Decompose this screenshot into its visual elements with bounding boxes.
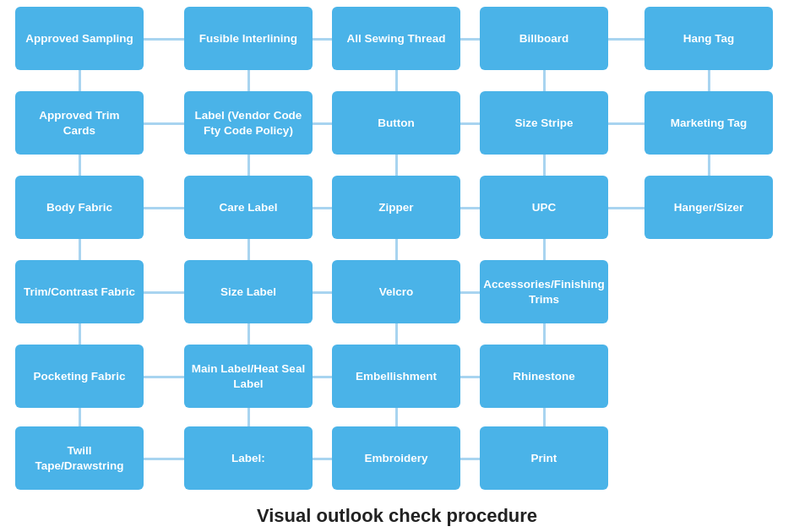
connector-v xyxy=(708,70,710,91)
trim-contrast[interactable]: Trim/Contrast Fabric xyxy=(15,260,144,323)
fusible-interlining[interactable]: Fusible Interlining xyxy=(184,7,313,70)
connector-v xyxy=(543,155,546,176)
connector-h xyxy=(460,458,480,460)
connector-v xyxy=(247,70,250,91)
pocketing-fabric[interactable]: Pocketing Fabric xyxy=(15,345,144,408)
size-stripe[interactable]: Size Stripe xyxy=(480,91,608,155)
diagram-area: Approved SamplingFusible InterliningAll … xyxy=(0,0,794,498)
label-vendor[interactable]: Label (Vendor Code Fty Code Policy) xyxy=(184,91,313,155)
twill-tape[interactable]: Twill Tape/Drawstring xyxy=(15,426,144,490)
connector-v xyxy=(395,239,398,260)
connector-v xyxy=(543,323,546,345)
connector-v xyxy=(708,155,710,176)
billboard[interactable]: Billboard xyxy=(480,7,608,70)
connector-h xyxy=(144,291,184,294)
connector-v xyxy=(247,155,250,176)
connector-h xyxy=(460,376,480,378)
connector-v xyxy=(247,408,250,426)
connector-v xyxy=(543,239,546,260)
connector-v xyxy=(79,408,81,426)
connector-h xyxy=(608,122,644,125)
body-fabric[interactable]: Body Fabric xyxy=(15,176,144,239)
approved-sampling[interactable]: Approved Sampling xyxy=(15,7,144,70)
connector-v xyxy=(395,155,398,176)
connector-v xyxy=(247,239,250,260)
size-label[interactable]: Size Label xyxy=(184,260,313,323)
connector-v xyxy=(395,408,398,426)
connector-h xyxy=(460,122,480,125)
connector-v xyxy=(395,323,398,345)
connector-h xyxy=(608,38,644,41)
embroidery[interactable]: Embroidery xyxy=(332,426,460,490)
connector-v xyxy=(395,70,398,91)
connector-h xyxy=(144,207,184,209)
connector-v xyxy=(79,70,81,91)
rhinestone[interactable]: Rhinestone xyxy=(480,345,608,408)
connector-v xyxy=(543,408,546,426)
print[interactable]: Print xyxy=(480,426,608,490)
zipper[interactable]: Zipper xyxy=(332,176,460,239)
velcro[interactable]: Velcro xyxy=(332,260,460,323)
connector-h xyxy=(460,38,480,41)
connector-v xyxy=(79,239,81,260)
button[interactable]: Button xyxy=(332,91,460,155)
connector-v xyxy=(79,323,81,345)
hanger-sizer[interactable]: Hanger/Sizer xyxy=(644,176,773,239)
connector-h xyxy=(144,458,184,460)
main-label[interactable]: Main Label/Heat Seal Label xyxy=(184,345,313,408)
connector-v xyxy=(543,70,546,91)
embellishment[interactable]: Embellishment xyxy=(332,345,460,408)
upc[interactable]: UPC xyxy=(480,176,608,239)
connector-h xyxy=(144,122,184,125)
hang-tag[interactable]: Hang Tag xyxy=(644,7,773,70)
connector-v xyxy=(79,155,81,176)
label-colon[interactable]: Label: xyxy=(184,426,313,490)
care-label[interactable]: Care Label xyxy=(184,176,313,239)
marketing-tag[interactable]: Marketing Tag xyxy=(644,91,773,155)
connector-h xyxy=(608,207,644,209)
connector-h xyxy=(460,291,480,294)
approved-trim-cards[interactable]: Approved Trim Cards xyxy=(15,91,144,155)
footer-text: Visual outlook check procedure xyxy=(0,498,794,527)
connector-h xyxy=(460,207,480,209)
connector-h xyxy=(144,376,184,378)
connector-v xyxy=(247,323,250,345)
all-sewing-thread[interactable]: All Sewing Thread xyxy=(332,7,460,70)
accessories[interactable]: Accessories/Finishing Trims xyxy=(480,260,608,323)
